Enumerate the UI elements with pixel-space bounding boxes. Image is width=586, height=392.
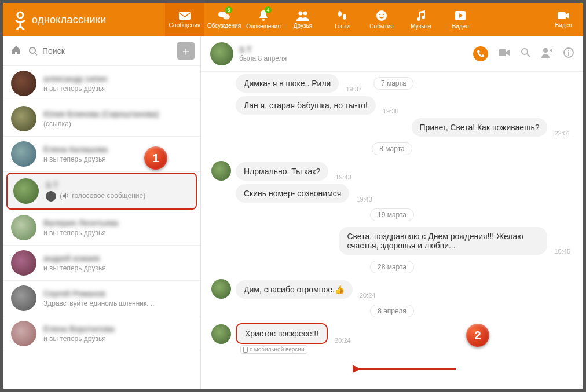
message-left[interactable]: Скинь номер- созвонимся 19:43	[236, 184, 573, 203]
add-person-button[interactable]	[541, 47, 553, 60]
chat-contact-name[interactable]: S T	[239, 45, 287, 54]
logo[interactable]: одноклассники	[3, 10, 165, 30]
svg-point-9	[376, 10, 387, 21]
message-left[interactable]: Нлрмально. Ты как? 19:43	[211, 161, 573, 181]
message-right[interactable]: Света, поздравляю с Днем рождения!!! Жел…	[211, 227, 573, 255]
contact-item[interactable]: Елена Калашоваи вы теперь друзья	[3, 137, 200, 172]
contact-item[interactable]: Сергей РомановЗдравствуйте единомышленни…	[3, 281, 200, 316]
people-icon	[296, 10, 309, 21]
home-icon[interactable]	[11, 45, 21, 57]
message-left[interactable]: Димка- я в шоке.. Рили 19:37 7 марта	[236, 74, 573, 93]
contact-item[interactable]: Юлия Блинова (Сироштанова)(ссылка)	[3, 101, 200, 137]
svg-point-8	[343, 14, 346, 20]
message-left[interactable]: Дим, спасибо огромное.👍 20:24	[211, 279, 573, 299]
svg-point-11	[383, 14, 384, 16]
avatar	[11, 141, 36, 167]
contact-item-active[interactable]: S T (голосовое сообщение)	[6, 173, 197, 210]
svg-point-0	[17, 12, 23, 18]
nav-events[interactable]: События	[362, 3, 401, 36]
ok-logo-icon	[13, 10, 27, 30]
msg-avatar	[211, 161, 231, 181]
svg-point-6	[303, 12, 307, 16]
search-input[interactable]	[28, 46, 177, 56]
smile-icon	[376, 10, 387, 21]
avatar	[11, 285, 36, 311]
top-nav: одноклассники Сообщения 6 Обсуждения 4 О…	[3, 3, 583, 36]
msg-avatar	[211, 324, 231, 344]
svg-rect-1	[179, 12, 191, 20]
svg-point-19	[568, 50, 569, 51]
search-in-chat-button[interactable]	[521, 47, 531, 60]
date-separator: 8 марта	[372, 142, 412, 155]
date-separator: 28 марта	[370, 261, 414, 273]
contact-item[interactable]: Елена Воротиловаи вы теперь друзья	[3, 316, 200, 351]
chat-avatar[interactable]	[210, 42, 233, 65]
info-button[interactable]	[563, 47, 574, 60]
svg-point-4	[262, 19, 265, 21]
nav-video-cam[interactable]: Видео	[544, 3, 583, 36]
nav-video-play[interactable]: Видео	[441, 3, 480, 36]
svg-point-16	[522, 49, 528, 54]
speaker-icon	[62, 192, 70, 202]
svg-point-5	[299, 12, 303, 16]
nav-items: Сообщения 6 Обсуждения 4 Оповещения Друз…	[165, 3, 583, 36]
svg-point-3	[223, 14, 230, 20]
mobile-source-tag: с мобильной версии	[240, 345, 307, 354]
contact-item[interactable]: александр сипини вы теперь друзья	[3, 66, 200, 101]
svg-rect-15	[499, 49, 506, 56]
play-square-icon	[455, 10, 466, 21]
chat-status: была 8 апреля	[239, 54, 287, 63]
envelope-icon	[178, 11, 191, 20]
svg-point-14	[30, 47, 35, 53]
search-icon	[28, 46, 38, 56]
nav-friends[interactable]: Друзья	[283, 3, 323, 36]
chat-header: S T была 8 апреля	[201, 36, 583, 72]
footprints-icon	[336, 10, 348, 21]
nav-music[interactable]: Музыка	[401, 3, 441, 36]
avatar	[11, 106, 36, 131]
message-left[interactable]: Лан я, старая бабушка, но ты-то! 19:38	[236, 96, 573, 115]
contact-item[interactable]: Валерия Леонтьеваи вы теперь друзья	[3, 210, 200, 246]
svg-point-10	[379, 14, 381, 16]
avatar	[11, 71, 36, 96]
message-left-highlighted[interactable]: Христос воскресе!!! 20:24	[211, 323, 573, 344]
svg-point-17	[543, 48, 548, 53]
message-right[interactable]: Привет, Света! Как поживаешь? 22:01	[211, 118, 573, 137]
msg-avatar	[211, 279, 231, 299]
svg-rect-13	[558, 12, 566, 19]
nav-guests[interactable]: Гости	[323, 3, 362, 36]
nav-notifications[interactable]: 4 Оповещения	[244, 3, 283, 36]
nav-messages[interactable]: Сообщения	[165, 3, 204, 36]
svg-point-7	[338, 11, 342, 17]
contact-item[interactable]: андрей кожаеви вы теперь друзья	[3, 246, 200, 281]
date-separator: 8 апреля	[370, 305, 414, 317]
chat-pane: S T была 8 апреля Димка- я в шоке.. Рили…	[201, 36, 583, 389]
svg-rect-21	[244, 347, 248, 352]
date-separator: 19 марта	[370, 208, 414, 221]
new-chat-button[interactable]: ＋	[177, 42, 195, 60]
voice-call-button[interactable]	[473, 46, 488, 61]
mini-avatar	[46, 191, 56, 202]
sidebar: ＋ александр сипини вы теперь друзья Юлия…	[3, 36, 201, 389]
avatar	[11, 215, 36, 240]
avatar	[13, 178, 39, 204]
avatar	[11, 321, 36, 346]
thumbs-up-icon: 👍	[335, 285, 345, 294]
avatar	[11, 250, 36, 276]
camera-icon	[557, 11, 570, 20]
date-separator: 7 марта	[373, 77, 413, 90]
video-call-button[interactable]	[499, 49, 510, 59]
music-note-icon	[416, 10, 426, 21]
brand-text: одноклассники	[32, 14, 107, 26]
svg-rect-20	[568, 52, 569, 56]
nav-discussions[interactable]: 6 Обсуждения	[204, 3, 244, 36]
